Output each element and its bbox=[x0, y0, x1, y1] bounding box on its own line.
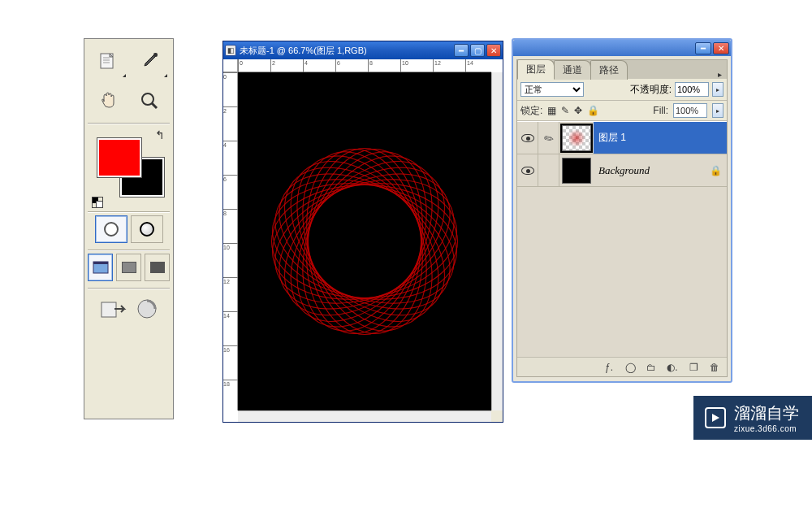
palette-titlebar[interactable]: ━ ✕ bbox=[513, 40, 731, 56]
close-button[interactable]: ✕ bbox=[486, 44, 501, 57]
palette-tabs: 图层 通道 路径 ▸ bbox=[517, 60, 727, 79]
layer-row[interactable]: Background 🔒 bbox=[517, 154, 727, 187]
lock-position-icon[interactable]: ✥ bbox=[574, 105, 582, 116]
palette-menu-button[interactable]: ▸ bbox=[712, 70, 727, 79]
document-titlebar[interactable]: ◧ 未标题-1 @ 66.7%(图层 1,RGB) ━ ▢ ✕ bbox=[223, 41, 503, 59]
scrollbar-vertical[interactable] bbox=[491, 72, 503, 410]
svg-point-5 bbox=[142, 93, 153, 105]
ruler-vertical: 024681012141618 bbox=[223, 72, 238, 410]
foreground-color[interactable] bbox=[97, 138, 141, 177]
adjustment-layer-button[interactable]: ◐. bbox=[663, 359, 681, 376]
layer-thumbnail[interactable] bbox=[562, 125, 591, 151]
layer-style-button[interactable]: ƒ. bbox=[600, 359, 618, 376]
brush-icon: ✎ bbox=[541, 130, 556, 146]
default-colors-icon[interactable] bbox=[92, 197, 103, 208]
watermark-text: 溜溜自学 bbox=[734, 402, 799, 424]
active-layer-indicator[interactable]: ✎ bbox=[538, 122, 559, 154]
ruler-horizontal: 02468101214 bbox=[238, 59, 491, 72]
scrollbar-horizontal[interactable] bbox=[238, 410, 491, 422]
eyedropper-tool[interactable] bbox=[130, 42, 171, 80]
svg-line-6 bbox=[152, 103, 157, 108]
scroll-corner bbox=[491, 410, 503, 422]
swap-colors-icon[interactable]: ↰ bbox=[155, 128, 165, 141]
opacity-value[interactable]: 100% bbox=[675, 82, 709, 97]
canvas[interactable] bbox=[238, 72, 491, 410]
imageready-icon[interactable] bbox=[136, 297, 158, 323]
watermark: 溜溜自学 zixue.3d66.com bbox=[693, 396, 812, 440]
lock-label: 锁定: bbox=[520, 104, 542, 118]
blend-mode-select[interactable]: 正常 bbox=[520, 82, 584, 97]
palette-close-button[interactable]: ✕ bbox=[713, 42, 729, 54]
palette-minimize-button[interactable]: ━ bbox=[695, 42, 711, 54]
layer-name: 图层 1 bbox=[598, 131, 626, 145]
layer-mask-button[interactable]: ◯ bbox=[621, 359, 639, 376]
document-window: ◧ 未标题-1 @ 66.7%(图层 1,RGB) ━ ▢ ✕ 02468101… bbox=[222, 41, 503, 423]
ruler-corner bbox=[223, 59, 238, 72]
svg-rect-4 bbox=[153, 53, 158, 57]
quickmask-mode-button[interactable] bbox=[131, 215, 163, 243]
fill-value[interactable]: 100% bbox=[673, 103, 707, 118]
maximize-button[interactable]: ▢ bbox=[470, 44, 485, 57]
layers-palette-window: ━ ✕ 图层 通道 路径 ▸ 正常 不透明度: 100% ▸ 锁定: ▦ ✎ ✥… bbox=[512, 38, 732, 383]
play-icon bbox=[705, 407, 726, 428]
layers-list: ✎ 图层 1 Background 🔒 bbox=[517, 121, 727, 357]
lock-all-icon[interactable]: 🔒 bbox=[587, 105, 599, 116]
screen-menubar-button[interactable] bbox=[116, 254, 141, 281]
eye-icon bbox=[521, 134, 534, 142]
tab-layers[interactable]: 图层 bbox=[517, 59, 555, 80]
visibility-toggle[interactable] bbox=[517, 154, 538, 186]
lock-transparency-icon[interactable]: ▦ bbox=[547, 105, 556, 116]
notes-tool[interactable] bbox=[88, 42, 128, 80]
minimize-button[interactable]: ━ bbox=[454, 44, 469, 57]
hand-tool[interactable] bbox=[88, 82, 128, 119]
jump-to-icon[interactable] bbox=[100, 297, 131, 323]
eye-icon bbox=[521, 167, 534, 175]
app-icon: ◧ bbox=[225, 45, 236, 56]
link-toggle[interactable] bbox=[538, 154, 559, 186]
svg-rect-8 bbox=[93, 262, 108, 264]
screen-full-button[interactable] bbox=[145, 254, 170, 281]
standard-mode-button[interactable] bbox=[95, 215, 127, 243]
zoom-tool[interactable] bbox=[130, 82, 171, 119]
tab-channels[interactable]: 通道 bbox=[554, 60, 591, 80]
fill-stepper[interactable]: ▸ bbox=[712, 103, 723, 118]
new-layer-button[interactable]: ❐ bbox=[685, 359, 702, 376]
svg-rect-9 bbox=[102, 302, 116, 317]
layer-thumbnail[interactable] bbox=[562, 158, 591, 184]
palette-bottom-bar: ƒ. ◯ 🗀 ◐. ❐ 🗑 bbox=[517, 357, 727, 376]
lock-pixels-icon[interactable]: ✎ bbox=[561, 105, 569, 116]
opacity-stepper[interactable]: ▸ bbox=[712, 82, 723, 97]
toolbox-panel: ↰ bbox=[84, 38, 174, 419]
new-set-button[interactable]: 🗀 bbox=[642, 359, 660, 376]
lock-icon: 🔒 bbox=[709, 165, 722, 176]
color-swatches: ↰ bbox=[88, 127, 170, 208]
fill-label: Fill: bbox=[653, 105, 668, 116]
screen-standard-button[interactable] bbox=[88, 254, 113, 281]
layer-name: Background bbox=[598, 164, 650, 177]
opacity-label: 不透明度: bbox=[630, 83, 672, 97]
delete-layer-button[interactable]: 🗑 bbox=[706, 359, 723, 376]
layer-row[interactable]: ✎ 图层 1 bbox=[517, 122, 727, 154]
visibility-toggle[interactable] bbox=[517, 122, 538, 154]
watermark-url: zixue.3d66.com bbox=[734, 424, 799, 433]
document-title: 未标题-1 @ 66.7%(图层 1,RGB) bbox=[240, 45, 451, 57]
tab-paths[interactable]: 路径 bbox=[590, 60, 628, 80]
